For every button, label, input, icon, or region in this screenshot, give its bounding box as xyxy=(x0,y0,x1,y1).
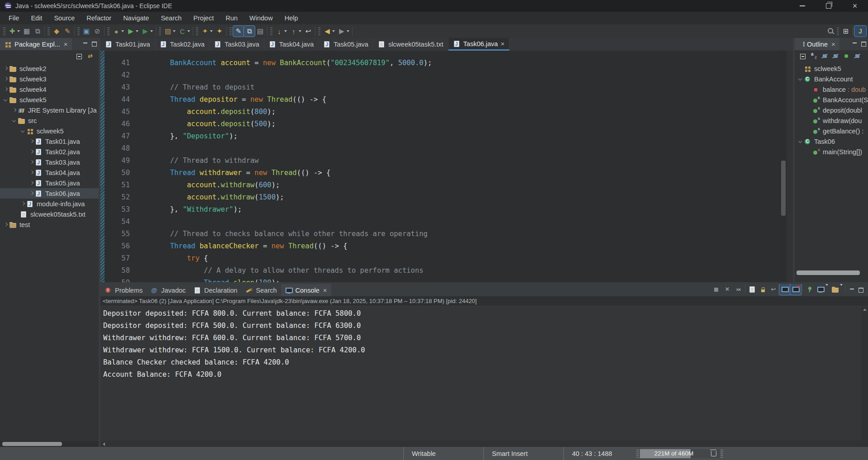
remove-all-icon[interactable] xyxy=(733,284,744,295)
open-perspective-icon[interactable]: ⊞ xyxy=(840,26,851,37)
tab-search[interactable]: Search xyxy=(242,284,281,296)
tree-item-task01-java[interactable]: Task01.java xyxy=(0,136,99,147)
new-java-project-icon[interactable]: ▨ xyxy=(162,26,173,37)
code-line[interactable]: 43 // Thread to deposit xyxy=(105,81,780,94)
code-line[interactable]: 50 Thread withdrawer = new Thread(() -> … xyxy=(105,167,780,179)
tree-item-task02-java[interactable]: Task02.java xyxy=(0,147,99,157)
explorer-hscrollbar[interactable] xyxy=(0,441,99,447)
tree-item-task03-java[interactable]: Task03.java xyxy=(0,157,99,167)
show-source-icon[interactable]: ⧉ xyxy=(244,26,255,37)
outline-close-icon[interactable]: × xyxy=(831,40,835,48)
tree-item-task06-java[interactable]: Task06.java xyxy=(0,188,99,199)
code-line[interactable]: 48 xyxy=(105,142,780,155)
open-console-view-icon[interactable]: ▣ xyxy=(81,26,92,37)
tree-item-task06[interactable]: Task06 xyxy=(795,136,868,147)
chevron-right-icon[interactable] xyxy=(20,199,26,209)
chevron-right-icon[interactable] xyxy=(3,219,9,230)
menu-help[interactable]: Help xyxy=(279,12,304,24)
terminate-icon[interactable] xyxy=(711,284,722,295)
skip-breakpoints-icon[interactable]: ⊘ xyxy=(92,26,103,37)
tab-package-explorer[interactable]: Package Expl... × xyxy=(0,38,72,50)
explorer-hscroll-thumb[interactable] xyxy=(2,442,62,446)
chevron-right-icon[interactable] xyxy=(11,105,18,115)
forward-icon[interactable]: ▶ xyxy=(336,26,347,37)
menu-project[interactable]: Project xyxy=(187,12,219,24)
collapse-all-icon[interactable] xyxy=(799,52,807,60)
code-line[interactable]: 55 // Thread to checks balance while oth… xyxy=(105,228,780,240)
chevron-down-icon[interactable] xyxy=(11,115,18,126)
code-line[interactable]: 54 xyxy=(105,216,780,228)
chevron-down-icon[interactable] xyxy=(20,126,26,136)
code-line[interactable]: 49 // Thread to withdraw xyxy=(105,155,780,167)
outline-hscroll-thumb[interactable] xyxy=(796,270,860,275)
chevron-right-icon[interactable] xyxy=(29,136,35,147)
stderr-icon[interactable] xyxy=(790,284,801,295)
tree-item-bankaccount-s[interactable]: BankAccount(S xyxy=(795,95,868,105)
debug-icon[interactable]: ● xyxy=(111,26,122,37)
tab-task06.java[interactable]: Task06.java× xyxy=(448,38,510,51)
tree-item-sclweek5[interactable]: sclweek5 xyxy=(795,63,868,74)
code-line[interactable]: 59 Thread.sleep(100); xyxy=(105,277,780,282)
tree-item-jre-system-library-ja[interactable]: JRE System Library [Ja xyxy=(0,105,99,115)
tree-item-sclweek5[interactable]: sclweek5 xyxy=(0,95,99,105)
save-all-icon[interactable]: ⧉ xyxy=(32,26,43,37)
outline-maximize-button[interactable] xyxy=(859,38,868,50)
menu-run[interactable]: Run xyxy=(219,12,243,24)
tree-item-src[interactable]: src xyxy=(0,115,99,126)
chevron-right-icon[interactable] xyxy=(3,84,9,95)
restore-button[interactable] xyxy=(816,0,842,12)
explorer-maximize-button[interactable] xyxy=(90,38,99,50)
open-console-dd-icon[interactable] xyxy=(830,284,840,295)
tab-problems[interactable]: Problems xyxy=(100,284,147,296)
last-edit-location-icon[interactable]: ↩ xyxy=(303,26,314,37)
editor-vscroll-thumb[interactable] xyxy=(781,161,786,216)
package-explorer-close-icon[interactable]: × xyxy=(64,40,68,48)
console-hscrollbar[interactable] xyxy=(100,441,868,447)
tab-task04.java[interactable]: Task04.java xyxy=(264,38,319,51)
console-maximize-button[interactable] xyxy=(856,284,865,296)
tree-item-sclweek4[interactable]: sclweek4 xyxy=(0,84,99,95)
hide-non-public-icon[interactable] xyxy=(843,52,850,60)
run-icon[interactable]: ▶ xyxy=(125,26,136,37)
chevron-right-icon[interactable] xyxy=(29,188,35,199)
tree-item-slcweek05task5-txt[interactable]: slcweek05task5.txt xyxy=(0,209,99,219)
tree-item-test[interactable]: test xyxy=(0,219,99,230)
tab-task05.java[interactable]: Task05.java xyxy=(319,38,373,51)
tree-item-sclweek5[interactable]: sclweek5 xyxy=(0,126,99,136)
chevron-right-icon[interactable] xyxy=(29,147,35,157)
code-line[interactable]: 53 }, "Withdrawer"); xyxy=(105,204,780,216)
tree-item-balance[interactable]: balance : doub xyxy=(795,84,868,95)
tree-item-getbalance-[interactable]: getBalance() : xyxy=(795,126,868,136)
open-type-icon[interactable]: ✦ xyxy=(200,26,210,37)
new-class-icon[interactable]: C xyxy=(177,26,188,37)
sort-icon[interactable] xyxy=(810,52,818,60)
tree-item-task05-java[interactable]: Task05.java xyxy=(0,178,99,188)
code-line[interactable]: 52 account.withdraw(1500); xyxy=(105,191,780,204)
code-line[interactable]: 51 account.withdraw(600); xyxy=(105,179,780,191)
console-vscrollbar[interactable] xyxy=(861,306,868,441)
java-perspective-icon[interactable]: J xyxy=(854,26,866,37)
hide-static-members-icon[interactable] xyxy=(832,52,839,60)
tab-task01.java[interactable]: Task01.java xyxy=(100,38,155,51)
save-icon[interactable]: ▦ xyxy=(21,26,32,37)
tab-slcweek05task5.txt[interactable]: slcweek05task5.txt xyxy=(373,38,448,51)
tree-item-task04-java[interactable]: Task04.java xyxy=(0,167,99,178)
tree-item-sclweek3[interactable]: sclweek3 xyxy=(0,74,99,84)
open-declaration-icon[interactable]: ▤ xyxy=(255,26,266,37)
next-annotation-icon[interactable]: ↓ xyxy=(274,26,285,37)
menu-window[interactable]: Window xyxy=(243,12,279,24)
code-line[interactable]: 46 account.deposit(500); xyxy=(105,118,780,130)
word-wrap-icon[interactable] xyxy=(768,284,779,295)
tree-item-withdraw-dou[interactable]: withdraw(dou xyxy=(795,115,868,126)
console-minimize-button[interactable] xyxy=(847,284,856,296)
hide-local-types-icon[interactable] xyxy=(854,52,861,60)
explorer-minimize-button[interactable] xyxy=(81,38,90,50)
code-line[interactable]: 56 Thread balanceChecker = new Thread(()… xyxy=(105,240,780,252)
pin-icon[interactable] xyxy=(804,284,815,295)
chevron-down-icon[interactable] xyxy=(797,74,804,84)
tab-outline[interactable]: Outline × xyxy=(795,38,839,50)
menu-refactor[interactable]: Refactor xyxy=(81,12,117,24)
tab-task03.java[interactable]: Task03.java xyxy=(210,38,264,51)
tab-console[interactable]: Console× xyxy=(281,284,331,296)
code-line[interactable]: 41 BankAccount account = new BankAccount… xyxy=(105,57,780,69)
